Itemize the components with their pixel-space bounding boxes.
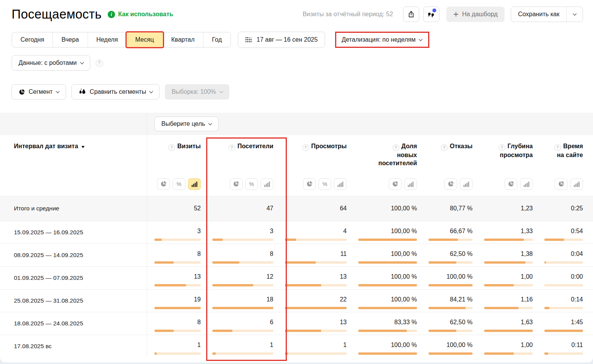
metrica-traffic-report: Посещаемость i Как использовать Визиты з… (0, 0, 593, 364)
cell-value: 1,38 (476, 250, 533, 258)
cell-value: 1,00 (476, 341, 533, 349)
bars-toggle[interactable] (334, 178, 347, 190)
comments-button[interactable] (423, 7, 439, 22)
help-icon[interactable]: ? (168, 144, 175, 151)
row-date-interval[interactable]: 08.09.2025 — 14.09.2025 (0, 244, 147, 266)
row-date-interval[interactable]: 15.09.2025 — 16.09.2025 (0, 221, 147, 244)
segment-dropdown[interactable]: Сегмент (12, 84, 66, 100)
help-icon[interactable]: ? (554, 144, 561, 151)
how-to-use-link[interactable]: Как использовать (118, 11, 173, 18)
bars-toggle[interactable] (404, 178, 417, 190)
cell-value: 100,00 % (421, 273, 473, 281)
value-bar (429, 330, 473, 332)
tab-month[interactable]: Месяц (127, 32, 163, 47)
compare-segments-label: Сравнить сегменты (90, 88, 146, 95)
goal-band: Выберите цель (0, 113, 593, 135)
value-bar (154, 261, 201, 264)
totals-bounce: 80,77 % (421, 196, 476, 221)
data-mode-label: Данные: с роботами (19, 59, 77, 66)
value-bar (429, 284, 473, 286)
tab-today[interactable]: Сегодня (12, 32, 53, 47)
cell-value: 13 (277, 318, 347, 326)
row-date-interval[interactable]: 18.08.2025 — 24.08.2025 (0, 312, 147, 335)
new-share-display-toggles (389, 178, 417, 190)
value-bar (484, 330, 533, 332)
cell-value: 12 (205, 273, 273, 281)
chevron-down-icon (56, 89, 60, 93)
cell-value: 8 (205, 250, 273, 258)
chevron-down-icon (419, 37, 423, 41)
depth-display-toggles (505, 178, 533, 190)
pie-toggle[interactable] (555, 178, 568, 190)
cell-value: 0:04 (537, 250, 583, 258)
bars-toggle[interactable] (520, 178, 533, 190)
column-header-visitors: ?Посетители % (205, 135, 277, 196)
help-icon[interactable]: ? (393, 144, 399, 151)
value-bar (154, 352, 201, 355)
save-as-button[interactable]: Сохранить как (511, 7, 566, 22)
select-goal-label: Выберите цель (161, 120, 205, 127)
bars-toggle[interactable] (460, 178, 473, 190)
cell-value: 1 (277, 341, 347, 349)
pie-toggle[interactable] (230, 178, 242, 190)
column-header-date-interval[interactable]: Интервал дат визита (0, 135, 147, 196)
help-icon[interactable]: ? (96, 59, 103, 67)
sampling-dropdown[interactable]: Выборка: 100% (165, 84, 229, 100)
help-icon[interactable]: ? (229, 144, 235, 151)
chevron-down-icon (219, 89, 223, 93)
plus-icon (453, 12, 459, 17)
tab-year[interactable]: Год (203, 32, 230, 47)
pie-toggle[interactable] (303, 178, 316, 190)
cell-value: 1,33 (476, 227, 533, 235)
value-bar (285, 284, 347, 286)
value-bar (212, 330, 273, 332)
cell-value: 62,50 % (421, 318, 473, 326)
data-mode-dropdown[interactable]: Данные: с роботами (12, 55, 90, 71)
export-icon (407, 10, 415, 18)
value-bar (484, 352, 533, 355)
cell-value: 84,21 % (421, 295, 473, 303)
row-date-interval[interactable]: 01.09.2025 — 07.09.2025 (0, 266, 147, 289)
date-range-picker[interactable]: 17 авг — 16 сен 2025 (238, 32, 325, 48)
tab-week[interactable]: Неделя (88, 32, 127, 47)
row-date-interval[interactable]: 25.08.2025 — 31.08.2025 (0, 289, 147, 312)
value-bar (484, 239, 533, 241)
bars-toggle[interactable] (261, 178, 273, 190)
pie-toggle[interactable] (389, 178, 402, 190)
row-date-interval[interactable]: 17.08.2025 вс (0, 335, 147, 357)
help-icon[interactable]: ? (441, 144, 447, 151)
chevron-down-icon (149, 89, 153, 93)
detalization-dropdown[interactable]: Детализация: по неделям (335, 32, 430, 48)
add-to-dashboard-button[interactable]: На дашборд (446, 7, 505, 22)
bars-toggle[interactable] (188, 178, 201, 190)
time-display-toggles (555, 178, 583, 190)
column-header-time-on-site: ?Время на сайте (537, 135, 593, 196)
tab-quarter[interactable]: Квартал (163, 32, 203, 47)
value-bar (429, 307, 473, 309)
export-button[interactable] (403, 7, 419, 22)
help-icon[interactable]: ? (302, 144, 309, 151)
compare-segments-dropdown[interactable]: Сравнить сегменты (71, 84, 159, 100)
cell-value: 22 (277, 295, 347, 303)
select-goal-dropdown[interactable]: Выберите цель (154, 117, 219, 131)
pie-toggle[interactable] (157, 178, 170, 190)
value-bar (358, 307, 417, 309)
cell-value: 1,16 (476, 295, 533, 303)
save-as-menu-button[interactable] (566, 7, 583, 22)
detalization-label: Детализация: по неделям (342, 36, 416, 43)
cell-value: 100,00 % (421, 341, 473, 349)
period-filter-row: Сегодня Вчера Неделя Месяц Квартал Год 1… (12, 32, 429, 47)
pie-toggle[interactable] (505, 178, 517, 190)
cell-value: 0:11 (537, 341, 583, 349)
percent-toggle[interactable]: % (245, 178, 258, 190)
bars-toggle[interactable] (570, 178, 583, 190)
value-bar (285, 330, 347, 332)
help-icon[interactable]: ? (499, 144, 505, 151)
cell-value: 0:14 (537, 295, 583, 303)
pie-toggle[interactable] (444, 178, 457, 190)
page-title: Посещаемость (12, 7, 102, 22)
percent-toggle[interactable]: % (173, 178, 185, 190)
value-bar (212, 239, 273, 241)
tab-yesterday[interactable]: Вчера (53, 32, 88, 47)
percent-toggle[interactable]: % (319, 178, 331, 190)
